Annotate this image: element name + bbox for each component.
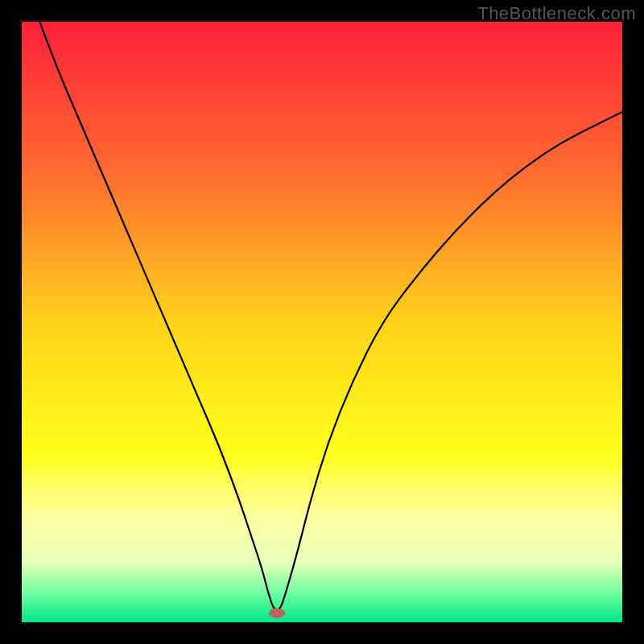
chart-plot-area bbox=[22, 22, 622, 622]
chart-svg bbox=[22, 22, 622, 622]
chart-background bbox=[22, 22, 622, 622]
optimal-point-marker bbox=[269, 609, 285, 618]
